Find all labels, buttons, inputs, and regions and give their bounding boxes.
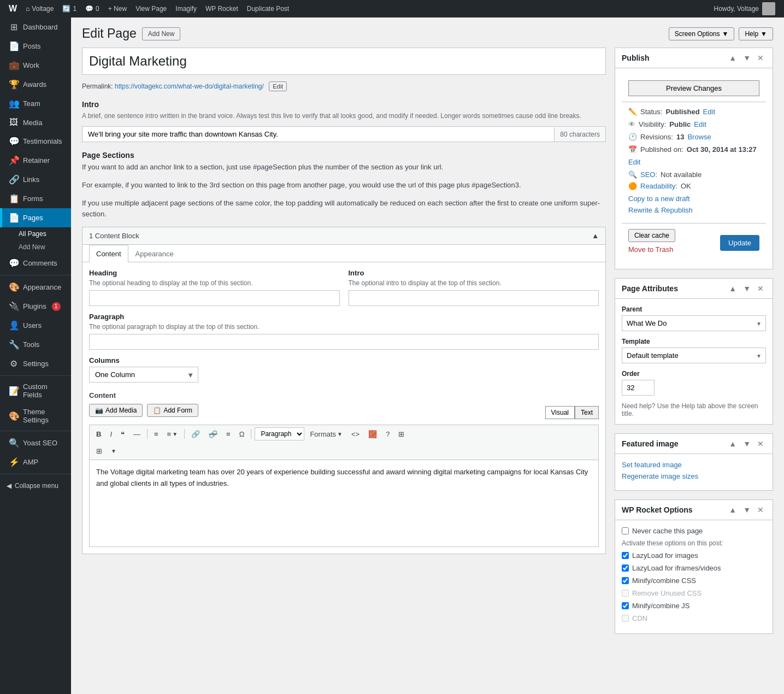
lazyload-iframes-checkbox[interactable] <box>622 564 629 572</box>
add-new-button[interactable]: Add New <box>142 27 181 40</box>
permalink-edit-button[interactable]: Edit <box>269 81 287 91</box>
menu-item-testimonials[interactable]: 💬 Testimonials <box>0 132 71 151</box>
collapse-menu[interactable]: ◀ Collapse menu <box>0 477 71 495</box>
wp-rocket[interactable]: WP Rocket <box>201 0 243 17</box>
submenu-add-new-page[interactable]: Add New <box>0 240 71 254</box>
feat-collapse-up[interactable]: ▲ <box>727 438 739 449</box>
submenu-all-pages[interactable]: All Pages <box>0 227 71 240</box>
formats-button[interactable]: Formats ▼ <box>306 428 346 440</box>
attr-close[interactable]: ✕ <box>755 283 766 294</box>
never-cache-checkbox[interactable] <box>622 527 629 534</box>
attr-collapse-down[interactable]: ▼ <box>741 283 753 294</box>
lazyload-images-checkbox[interactable] <box>622 552 629 559</box>
menu-item-tools[interactable]: 🔧 Tools <box>0 335 71 354</box>
readability-link[interactable]: Readability: <box>640 182 677 190</box>
browse-revisions-link[interactable]: Browse <box>687 133 711 141</box>
feat-collapse-down[interactable]: ▼ <box>741 438 753 449</box>
rocket-collapse-down[interactable]: ▼ <box>741 504 753 515</box>
help-button[interactable]: Help ▼ <box>739 27 773 40</box>
paragraph-input[interactable] <box>89 334 599 350</box>
add-media-button[interactable]: 📷 Add Media <box>89 404 143 417</box>
add-form-button[interactable]: 📋 Add Form <box>147 404 198 417</box>
help-toolbar-button[interactable]: ? <box>382 428 393 440</box>
menu-item-appearance[interactable]: 🎨 Appearance <box>0 278 71 297</box>
menu-item-pages[interactable]: 📄 Pages <box>0 208 71 227</box>
menu-item-forms[interactable]: 📋 Forms <box>0 189 71 208</box>
collapse-down-button[interactable]: ▼ <box>741 52 753 63</box>
menu-item-amp[interactable]: ⚡ AMP <box>0 452 71 472</box>
page-title-input[interactable] <box>84 49 604 73</box>
ul-button[interactable]: ≡ <box>151 428 162 440</box>
screen-options-button[interactable]: Screen Options ▼ <box>669 27 735 40</box>
minify-js-checkbox[interactable] <box>622 602 629 609</box>
menu-item-dashboard[interactable]: ⊞ Dashboard <box>0 17 71 37</box>
content-block-header[interactable]: 1 Content Block ▲ <box>82 227 605 245</box>
align-button[interactable]: ≡ <box>223 428 234 440</box>
menu-item-media[interactable]: 🖼 Media <box>0 113 71 132</box>
toolbar-btn-1[interactable]: 🧱 <box>365 428 380 440</box>
intro-field-input[interactable] <box>349 290 599 306</box>
menu-item-custom-fields[interactable]: 📝 Custom Fields <box>0 378 71 403</box>
set-featured-image-link[interactable]: Set featured image <box>622 461 766 469</box>
visual-tab-button[interactable]: Visual <box>545 406 575 419</box>
menu-item-team[interactable]: 👥 Team <box>0 94 71 113</box>
menu-item-awards[interactable]: 🏆 Awards <box>0 75 71 94</box>
tab-appearance[interactable]: Appearance <box>128 245 181 262</box>
close-panel-button[interactable]: ✕ <box>755 52 766 63</box>
rocket-collapse-up[interactable]: ▲ <box>727 504 739 515</box>
blockquote-button[interactable]: ❝ <box>117 428 128 440</box>
duplicate-post[interactable]: Duplicate Post <box>243 0 293 17</box>
heading-input[interactable] <box>89 290 340 306</box>
fullscreen-button[interactable]: ⊞ <box>395 428 408 440</box>
wp-logo[interactable]: W <box>4 0 21 17</box>
attr-collapse-up[interactable]: ▲ <box>727 283 739 294</box>
bold-button[interactable]: B <box>93 428 104 440</box>
columns-select[interactable]: One Column Two Columns Three Columns <box>89 367 198 383</box>
ol-button[interactable]: ≡ ▼ <box>164 428 181 440</box>
menu-item-retainer[interactable]: 📌 Retainer <box>0 151 71 170</box>
parent-select[interactable]: What We Do <box>622 315 766 331</box>
menu-item-work[interactable]: 💼 Work <box>0 56 71 75</box>
seo-link[interactable]: SEO: <box>640 170 657 179</box>
status-edit-link[interactable]: Edit <box>703 108 715 116</box>
wp-rocket-header[interactable]: WP Rocket Options ▲ ▼ ✕ <box>615 500 773 520</box>
update-button[interactable]: Update <box>720 235 759 251</box>
collapse-up-button[interactable]: ▲ <box>727 52 739 63</box>
page-attributes-header[interactable]: Page Attributes ▲ ▼ ✕ <box>615 279 773 299</box>
menu-item-yoast[interactable]: 🔍 Yoast SEO <box>0 433 71 452</box>
template-select[interactable]: Default template <box>622 348 766 363</box>
format-select[interactable]: Paragraph <box>255 427 304 440</box>
imagify[interactable]: Imagify <box>171 0 201 17</box>
published-edit-link[interactable]: Edit <box>628 158 640 166</box>
featured-image-header[interactable]: Featured image ▲ ▼ ✕ <box>615 434 773 454</box>
menu-item-posts[interactable]: 📄 Posts <box>0 37 71 56</box>
italic-button[interactable]: I <box>107 428 115 440</box>
regenerate-image-sizes-link[interactable]: Regenerate image sizes <box>622 472 766 480</box>
clear-cache-button[interactable]: Clear cache <box>628 229 675 242</box>
move-to-trash-link[interactable]: Move to Trash <box>628 245 673 254</box>
unlink-button[interactable]: 🔗 <box>205 428 221 440</box>
menu-item-theme-settings[interactable]: 🎨 Theme Settings <box>0 403 71 428</box>
comments-count[interactable]: 💬 0 <box>81 0 104 17</box>
menu-item-plugins[interactable]: 🔌 Plugins 1 <box>0 297 71 316</box>
visibility-edit-link[interactable]: Edit <box>694 120 706 128</box>
rewrite-republish-link[interactable]: Rewrite & Republish <box>628 206 759 214</box>
hr-button[interactable]: — <box>130 428 144 440</box>
table-button[interactable]: ⊞ <box>93 445 105 457</box>
feat-close[interactable]: ✕ <box>755 438 766 449</box>
tab-content[interactable]: Content <box>89 245 128 262</box>
editor-area[interactable]: The Voltage digital marketing team has o… <box>89 460 599 547</box>
new-content[interactable]: + New <box>104 0 131 17</box>
permalink-url[interactable]: https://voltagekc.com/what-we-do/digital… <box>115 83 264 90</box>
menu-item-users[interactable]: 👤 Users <box>0 316 71 335</box>
copy-draft-link[interactable]: Copy to a new draft <box>628 195 759 203</box>
table-dropdown[interactable]: ▼ <box>108 446 120 456</box>
publish-panel-header[interactable]: Publish ▲ ▼ ✕ <box>615 48 773 68</box>
order-input[interactable] <box>622 380 655 396</box>
updates[interactable]: 🔄 1 <box>58 0 81 17</box>
howdy-text[interactable]: Howdy, Voltage <box>710 2 780 15</box>
menu-item-settings[interactable]: ⚙ Settings <box>0 354 71 373</box>
text-tab-button[interactable]: Text <box>575 406 599 419</box>
intro-input[interactable] <box>82 127 554 142</box>
view-page[interactable]: View Page <box>131 0 171 17</box>
